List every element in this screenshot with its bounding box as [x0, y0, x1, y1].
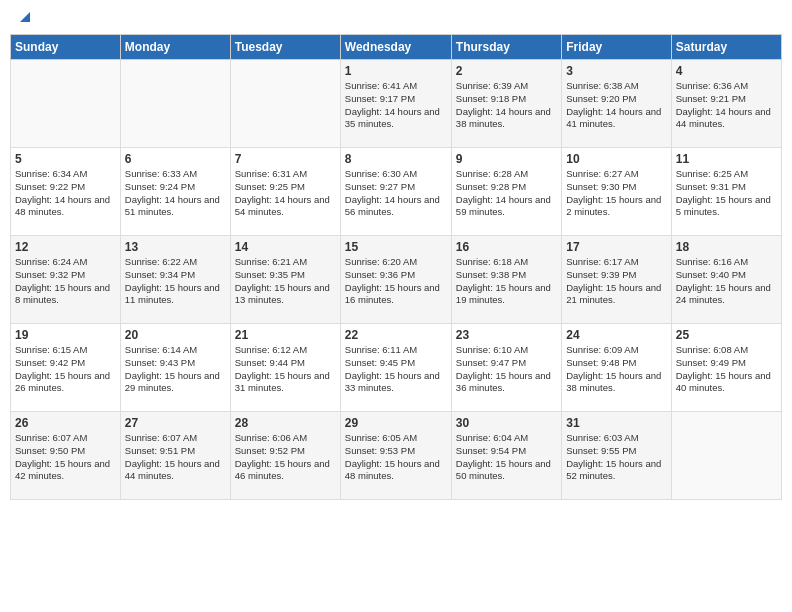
day-number: 21: [235, 328, 336, 342]
svg-marker-0: [20, 12, 30, 22]
day-info-text: Sunrise: 6:33 AM Sunset: 9:24 PM Dayligh…: [125, 168, 226, 219]
day-number: 24: [566, 328, 666, 342]
day-info-text: Sunrise: 6:04 AM Sunset: 9:54 PM Dayligh…: [456, 432, 557, 483]
day-number: 19: [15, 328, 116, 342]
day-info-text: Sunrise: 6:34 AM Sunset: 9:22 PM Dayligh…: [15, 168, 116, 219]
day-number: 7: [235, 152, 336, 166]
day-info-text: Sunrise: 6:27 AM Sunset: 9:30 PM Dayligh…: [566, 168, 666, 219]
day-number: 5: [15, 152, 116, 166]
day-info-text: Sunrise: 6:21 AM Sunset: 9:35 PM Dayligh…: [235, 256, 336, 307]
calendar-cell: 23Sunrise: 6:10 AM Sunset: 9:47 PM Dayli…: [451, 324, 561, 412]
day-header-sunday: Sunday: [11, 35, 121, 60]
day-number: 31: [566, 416, 666, 430]
calendar-cell: 17Sunrise: 6:17 AM Sunset: 9:39 PM Dayli…: [562, 236, 671, 324]
day-info-text: Sunrise: 6:09 AM Sunset: 9:48 PM Dayligh…: [566, 344, 666, 395]
calendar-cell: 13Sunrise: 6:22 AM Sunset: 9:34 PM Dayli…: [120, 236, 230, 324]
calendar-cell: 29Sunrise: 6:05 AM Sunset: 9:53 PM Dayli…: [340, 412, 451, 500]
calendar-cell: 5Sunrise: 6:34 AM Sunset: 9:22 PM Daylig…: [11, 148, 121, 236]
calendar-cell: 14Sunrise: 6:21 AM Sunset: 9:35 PM Dayli…: [230, 236, 340, 324]
day-info-text: Sunrise: 6:22 AM Sunset: 9:34 PM Dayligh…: [125, 256, 226, 307]
calendar-cell: 19Sunrise: 6:15 AM Sunset: 9:42 PM Dayli…: [11, 324, 121, 412]
day-number: 3: [566, 64, 666, 78]
calendar-week-row: 5Sunrise: 6:34 AM Sunset: 9:22 PM Daylig…: [11, 148, 782, 236]
page-header: [10, 10, 782, 26]
day-info-text: Sunrise: 6:30 AM Sunset: 9:27 PM Dayligh…: [345, 168, 447, 219]
day-info-text: Sunrise: 6:10 AM Sunset: 9:47 PM Dayligh…: [456, 344, 557, 395]
calendar-cell: 2Sunrise: 6:39 AM Sunset: 9:18 PM Daylig…: [451, 60, 561, 148]
calendar-week-row: 1Sunrise: 6:41 AM Sunset: 9:17 PM Daylig…: [11, 60, 782, 148]
day-info-text: Sunrise: 6:36 AM Sunset: 9:21 PM Dayligh…: [676, 80, 777, 131]
day-header-saturday: Saturday: [671, 35, 781, 60]
day-number: 25: [676, 328, 777, 342]
day-header-wednesday: Wednesday: [340, 35, 451, 60]
day-number: 11: [676, 152, 777, 166]
calendar-cell: 15Sunrise: 6:20 AM Sunset: 9:36 PM Dayli…: [340, 236, 451, 324]
day-number: 26: [15, 416, 116, 430]
calendar-cell: 22Sunrise: 6:11 AM Sunset: 9:45 PM Dayli…: [340, 324, 451, 412]
day-info-text: Sunrise: 6:12 AM Sunset: 9:44 PM Dayligh…: [235, 344, 336, 395]
calendar-cell: 3Sunrise: 6:38 AM Sunset: 9:20 PM Daylig…: [562, 60, 671, 148]
calendar-cell: 16Sunrise: 6:18 AM Sunset: 9:38 PM Dayli…: [451, 236, 561, 324]
calendar-week-row: 12Sunrise: 6:24 AM Sunset: 9:32 PM Dayli…: [11, 236, 782, 324]
calendar-cell: 28Sunrise: 6:06 AM Sunset: 9:52 PM Dayli…: [230, 412, 340, 500]
day-number: 1: [345, 64, 447, 78]
day-info-text: Sunrise: 6:17 AM Sunset: 9:39 PM Dayligh…: [566, 256, 666, 307]
day-number: 30: [456, 416, 557, 430]
day-number: 23: [456, 328, 557, 342]
calendar-cell: 20Sunrise: 6:14 AM Sunset: 9:43 PM Dayli…: [120, 324, 230, 412]
day-number: 9: [456, 152, 557, 166]
calendar-cell: 30Sunrise: 6:04 AM Sunset: 9:54 PM Dayli…: [451, 412, 561, 500]
day-number: 10: [566, 152, 666, 166]
calendar-cell: 11Sunrise: 6:25 AM Sunset: 9:31 PM Dayli…: [671, 148, 781, 236]
day-info-text: Sunrise: 6:16 AM Sunset: 9:40 PM Dayligh…: [676, 256, 777, 307]
calendar-cell: 6Sunrise: 6:33 AM Sunset: 9:24 PM Daylig…: [120, 148, 230, 236]
calendar-cell: 12Sunrise: 6:24 AM Sunset: 9:32 PM Dayli…: [11, 236, 121, 324]
calendar-header-row: SundayMondayTuesdayWednesdayThursdayFrid…: [11, 35, 782, 60]
day-info-text: Sunrise: 6:28 AM Sunset: 9:28 PM Dayligh…: [456, 168, 557, 219]
day-info-text: Sunrise: 6:07 AM Sunset: 9:51 PM Dayligh…: [125, 432, 226, 483]
day-info-text: Sunrise: 6:39 AM Sunset: 9:18 PM Dayligh…: [456, 80, 557, 131]
logo-icon: [16, 8, 34, 26]
calendar-cell: 27Sunrise: 6:07 AM Sunset: 9:51 PM Dayli…: [120, 412, 230, 500]
day-number: 18: [676, 240, 777, 254]
day-number: 13: [125, 240, 226, 254]
logo: [14, 10, 34, 26]
day-number: 4: [676, 64, 777, 78]
calendar-cell: [671, 412, 781, 500]
calendar-cell: 26Sunrise: 6:07 AM Sunset: 9:50 PM Dayli…: [11, 412, 121, 500]
day-number: 15: [345, 240, 447, 254]
day-number: 22: [345, 328, 447, 342]
calendar-cell: 25Sunrise: 6:08 AM Sunset: 9:49 PM Dayli…: [671, 324, 781, 412]
calendar-cell: 10Sunrise: 6:27 AM Sunset: 9:30 PM Dayli…: [562, 148, 671, 236]
day-info-text: Sunrise: 6:38 AM Sunset: 9:20 PM Dayligh…: [566, 80, 666, 131]
day-info-text: Sunrise: 6:18 AM Sunset: 9:38 PM Dayligh…: [456, 256, 557, 307]
day-info-text: Sunrise: 6:06 AM Sunset: 9:52 PM Dayligh…: [235, 432, 336, 483]
calendar-cell: [11, 60, 121, 148]
day-number: 2: [456, 64, 557, 78]
day-info-text: Sunrise: 6:03 AM Sunset: 9:55 PM Dayligh…: [566, 432, 666, 483]
day-info-text: Sunrise: 6:20 AM Sunset: 9:36 PM Dayligh…: [345, 256, 447, 307]
calendar-cell: 9Sunrise: 6:28 AM Sunset: 9:28 PM Daylig…: [451, 148, 561, 236]
calendar-cell: 8Sunrise: 6:30 AM Sunset: 9:27 PM Daylig…: [340, 148, 451, 236]
calendar-cell: 4Sunrise: 6:36 AM Sunset: 9:21 PM Daylig…: [671, 60, 781, 148]
day-header-friday: Friday: [562, 35, 671, 60]
calendar-cell: 31Sunrise: 6:03 AM Sunset: 9:55 PM Dayli…: [562, 412, 671, 500]
day-info-text: Sunrise: 6:15 AM Sunset: 9:42 PM Dayligh…: [15, 344, 116, 395]
day-info-text: Sunrise: 6:24 AM Sunset: 9:32 PM Dayligh…: [15, 256, 116, 307]
day-number: 27: [125, 416, 226, 430]
day-number: 17: [566, 240, 666, 254]
day-header-tuesday: Tuesday: [230, 35, 340, 60]
day-number: 14: [235, 240, 336, 254]
day-info-text: Sunrise: 6:14 AM Sunset: 9:43 PM Dayligh…: [125, 344, 226, 395]
day-header-monday: Monday: [120, 35, 230, 60]
calendar-cell: [230, 60, 340, 148]
day-info-text: Sunrise: 6:41 AM Sunset: 9:17 PM Dayligh…: [345, 80, 447, 131]
day-header-thursday: Thursday: [451, 35, 561, 60]
day-info-text: Sunrise: 6:08 AM Sunset: 9:49 PM Dayligh…: [676, 344, 777, 395]
calendar-cell: 18Sunrise: 6:16 AM Sunset: 9:40 PM Dayli…: [671, 236, 781, 324]
day-number: 16: [456, 240, 557, 254]
calendar-table: SundayMondayTuesdayWednesdayThursdayFrid…: [10, 34, 782, 500]
day-info-text: Sunrise: 6:25 AM Sunset: 9:31 PM Dayligh…: [676, 168, 777, 219]
day-number: 8: [345, 152, 447, 166]
calendar-cell: 1Sunrise: 6:41 AM Sunset: 9:17 PM Daylig…: [340, 60, 451, 148]
